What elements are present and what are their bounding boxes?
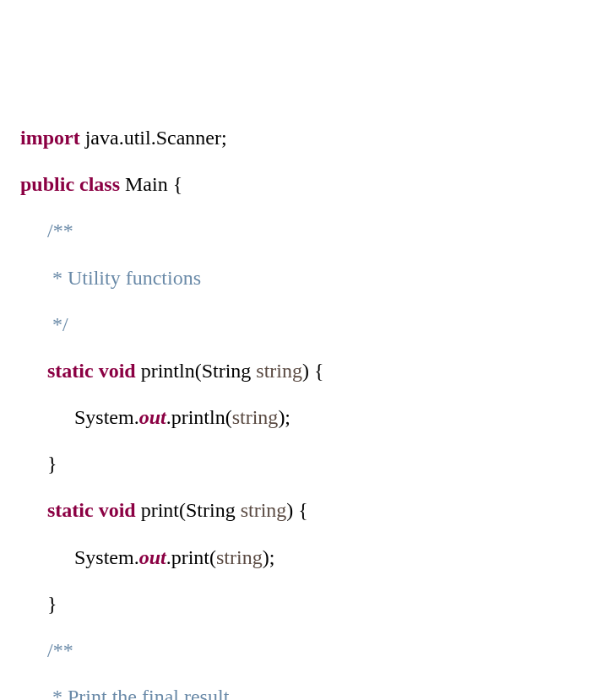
- code-text: .print(: [166, 546, 216, 568]
- comment: /**: [47, 220, 73, 241]
- code-line: public class Main {: [20, 173, 608, 197]
- code-text: );: [263, 546, 275, 568]
- code-line: }: [20, 593, 608, 616]
- keyword-void: void: [99, 499, 136, 521]
- code-line: System.out.println(string);: [20, 406, 608, 430]
- code-line: * Utility functions: [20, 267, 608, 290]
- code-line: /**: [20, 639, 608, 663]
- code-text: System.: [74, 406, 139, 428]
- code-text: }: [47, 453, 57, 475]
- keyword-out: out: [139, 546, 166, 568]
- code-text: .println(: [166, 406, 232, 428]
- code-text: java.util.Scanner;: [80, 127, 227, 149]
- keyword-void: void: [99, 360, 136, 382]
- keyword-out: out: [139, 406, 166, 428]
- code-line: System.out.print(string);: [20, 546, 608, 570]
- code-line: * Print the final result: [20, 686, 608, 700]
- code-block: import java.util.Scanner; public class M…: [20, 103, 608, 700]
- code-line: import java.util.Scanner;: [20, 127, 608, 150]
- comment: /**: [47, 639, 73, 661]
- parameter: string: [256, 360, 302, 382]
- code-text: println(String: [136, 360, 257, 382]
- keyword-static: static: [47, 499, 94, 521]
- keyword-static: static: [47, 360, 94, 382]
- code-line: static void print(String string) {: [20, 499, 608, 523]
- code-line: */: [20, 313, 608, 337]
- keyword-public: public: [20, 173, 74, 195]
- argument: string: [232, 406, 279, 428]
- code-text: );: [278, 406, 290, 428]
- code-line: /**: [20, 220, 608, 243]
- code-text: ) {: [286, 499, 308, 521]
- code-line: static void println(String string) {: [20, 360, 608, 383]
- code-line: }: [20, 453, 608, 476]
- keyword-class: class: [79, 173, 120, 195]
- code-text: ) {: [302, 360, 324, 382]
- parameter: string: [241, 499, 287, 521]
- code-text: }: [47, 593, 57, 615]
- comment: * Print the final result: [47, 686, 229, 700]
- code-text: System.: [74, 546, 139, 568]
- comment: */: [47, 313, 68, 335]
- code-text: print(String: [136, 499, 241, 521]
- code-text: Main {: [120, 173, 182, 195]
- argument: string: [216, 546, 263, 568]
- keyword-import: import: [20, 127, 80, 149]
- comment: * Utility functions: [47, 267, 201, 289]
